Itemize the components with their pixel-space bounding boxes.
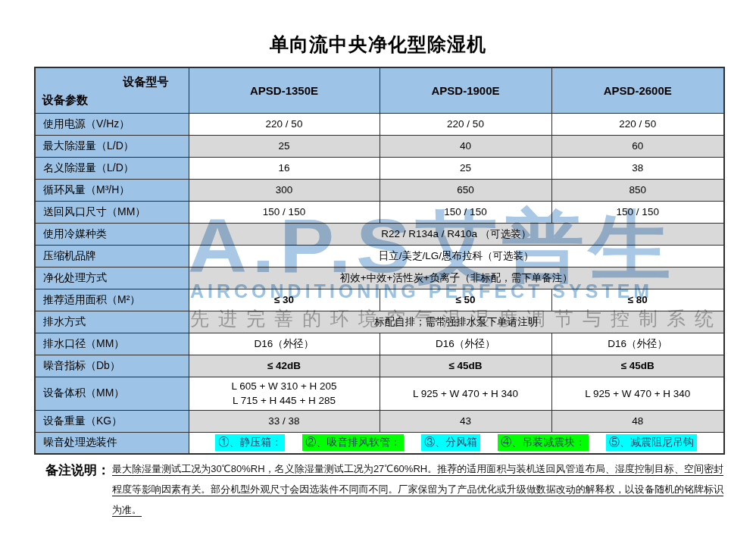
row-label: 排水方式 <box>35 311 189 333</box>
value-cell: ≤ 45dB <box>380 355 551 377</box>
merged-value-cell: 初效+中效+活性炭+负离子（非标配，需下单备注） <box>189 267 724 289</box>
merged-value-cell: 标配自排；需带强排水泵下单请注明 <box>189 311 724 333</box>
row-label: 最大除湿量（L/D） <box>35 135 189 157</box>
row-label: 使用冷媒种类 <box>35 223 189 245</box>
notes-label: 备注说明： <box>45 461 112 479</box>
value-cell: 16 <box>189 157 380 179</box>
option-chip: ①、静压箱： <box>215 434 285 451</box>
model-header: APSD-1350E <box>189 67 380 113</box>
spec-sheet-page: 单向流中央净化型除湿机 设备型号设备参数APSD-1350EAPSD-1900E… <box>0 0 756 535</box>
merged-value-cell: 日立/美芝/LG/恩布拉科（可选装） <box>189 245 724 267</box>
value-cell: 40 <box>380 135 551 157</box>
row-label: 净化处理方式 <box>35 267 189 289</box>
row-label: 排水口径（MM） <box>35 333 189 355</box>
model-header: APSD-1900E <box>380 67 551 113</box>
row-label: 设备体积（MM） <box>35 377 189 410</box>
value-cell: L 925 + W 470 + H 340 <box>380 377 551 410</box>
value-cell: 60 <box>551 135 724 157</box>
merged-value-cell: R22 / R134a / R410a （可选装） <box>189 223 724 245</box>
row-label: 设备重量（KG） <box>35 410 189 432</box>
value-cell: ≤ 42dB <box>189 355 380 377</box>
row-label: 名义除湿量（L/D） <box>35 157 189 179</box>
value-cell: 650 <box>380 179 551 201</box>
value-cell: ≤ 30 <box>189 289 380 311</box>
value-cell: 220 / 50 <box>189 113 380 135</box>
page-title: 单向流中央净化型除湿机 <box>0 32 756 57</box>
value-cell: ≤ 50 <box>380 289 551 311</box>
value-cell: 33 / 38 <box>189 410 380 432</box>
value-cell: 220 / 50 <box>380 113 551 135</box>
corner-label-model: 设备型号 <box>123 75 169 89</box>
row-label: 推荐适用面积（M²） <box>35 289 189 311</box>
value-cell: D16（外径） <box>189 333 380 355</box>
value-cell: 850 <box>551 179 724 201</box>
value-cell: ≤ 45dB <box>551 355 724 377</box>
corner-header-cell: 设备型号设备参数 <box>35 67 189 113</box>
value-cell: D16（外径） <box>380 333 551 355</box>
value-cell: D16（外径） <box>551 333 724 355</box>
value-cell: 43 <box>380 410 551 432</box>
model-header: APSD-2600E <box>551 67 724 113</box>
value-cell: 25 <box>380 157 551 179</box>
row-label: 噪音指标（Db） <box>35 355 189 377</box>
row-label: 送回风口尺寸（MM） <box>35 201 189 223</box>
value-cell: 25 <box>189 135 380 157</box>
value-cell: 38 <box>551 157 724 179</box>
value-cell: 150 / 150 <box>189 201 380 223</box>
option-chip: ④、吊装减震块： <box>498 434 589 451</box>
row-label: 噪音处理选装件 <box>35 432 189 454</box>
value-cell: 48 <box>551 410 724 432</box>
row-label: 使用电源（V/Hz） <box>35 113 189 135</box>
option-chip: ③、分风箱 <box>421 434 480 451</box>
row-label: 压缩机品牌 <box>35 245 189 267</box>
value-cell: ≤ 80 <box>551 289 724 311</box>
row-label: 循环风量（M³/H） <box>35 179 189 201</box>
value-cell: 300 <box>189 179 380 201</box>
value-cell: 220 / 50 <box>551 113 724 135</box>
notes-section: 备注说明： 最大除湿量测试工况为30℃80%RH，名义除湿量测试工况为27℃60… <box>45 458 723 520</box>
spec-table: 设备型号设备参数APSD-1350EAPSD-1900EAPSD-2600E使用… <box>34 67 725 455</box>
notes-text: 最大除湿量测试工况为30℃80%RH，名义除湿量测试工况为27℃60%RH。推荐… <box>112 458 723 520</box>
value-cell: L 925 + W 470 + H 340 <box>551 377 724 410</box>
options-cell: ①、静压箱：②、吸音排风软管：③、分风箱④、吊装减震块：⑤、减震阻尼吊钩 <box>189 432 724 454</box>
value-cell: L 605 + W 310 + H 205L 715 + H 445 + H 2… <box>189 377 380 410</box>
option-chip: ⑤、减震阻尼吊钩 <box>606 434 697 451</box>
value-cell: 150 / 150 <box>380 201 551 223</box>
option-chip: ②、吸音排风软管： <box>302 434 404 451</box>
corner-label-parameter: 设备参数 <box>42 93 88 108</box>
value-cell: 150 / 150 <box>551 201 724 223</box>
